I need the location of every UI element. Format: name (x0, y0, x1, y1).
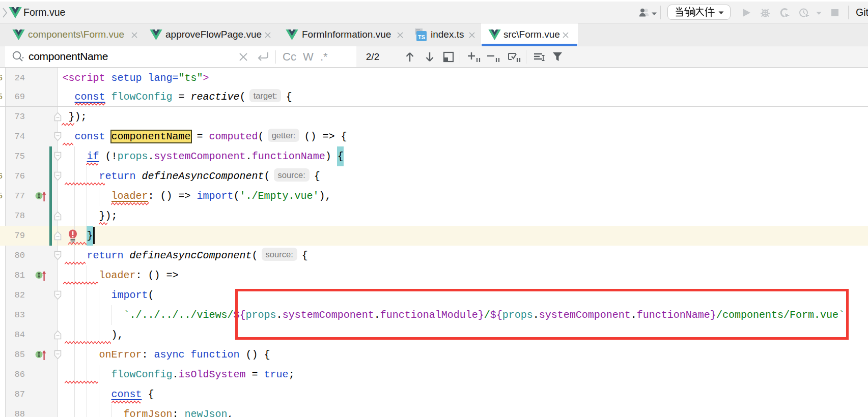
svg-text:TS: TS (418, 34, 425, 40)
